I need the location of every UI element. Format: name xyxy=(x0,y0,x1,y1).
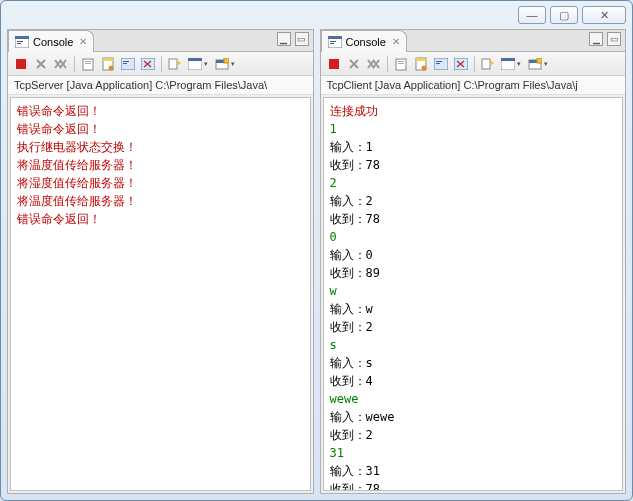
console-line: 收到：78 xyxy=(330,210,617,228)
svg-point-10 xyxy=(109,65,114,70)
console-line: 收到：2 xyxy=(330,426,617,444)
app-window: — ▢ ✕ Console ✕ ▁ ▭ xyxy=(0,0,633,501)
run-info-label: TcpClient [Java Application] C:\Program … xyxy=(321,76,626,95)
minimize-button[interactable]: — xyxy=(518,6,546,24)
console-line: 输入：s xyxy=(330,354,617,372)
svg-rect-28 xyxy=(398,63,404,64)
console-line: 收到：4 xyxy=(330,372,617,390)
console-line: 收到：89 xyxy=(330,264,617,282)
maximize-view-icon[interactable]: ▭ xyxy=(295,32,309,46)
show-console-button[interactable] xyxy=(119,55,137,73)
console-output[interactable]: 连接成功1输入：1收到：782输入：2收到：780输入：0收到：89w输入：w收… xyxy=(323,97,624,491)
toolbar-separator xyxy=(474,56,475,72)
console-line: s xyxy=(330,336,617,354)
tab-label: Console xyxy=(33,36,73,48)
console-line: w xyxy=(330,282,617,300)
window-title-bar: — ▢ ✕ xyxy=(1,1,632,29)
console-line: 将湿度值传给服务器！ xyxy=(17,174,304,192)
console-line: 输入：wewe xyxy=(330,408,617,426)
svg-rect-1 xyxy=(15,36,29,39)
svg-rect-30 xyxy=(416,58,426,61)
console-toolbar: ▾ ▾ xyxy=(321,52,626,76)
svg-rect-9 xyxy=(103,58,113,61)
svg-rect-24 xyxy=(330,43,334,44)
word-wrap-button[interactable] xyxy=(452,55,470,73)
tab-close-icon[interactable]: ✕ xyxy=(79,36,87,47)
console-line: 输入：w xyxy=(330,300,617,318)
svg-rect-26 xyxy=(396,59,406,70)
scroll-lock-button[interactable] xyxy=(99,55,117,73)
console-line: 1 xyxy=(330,120,617,138)
svg-rect-13 xyxy=(123,63,127,64)
show-console-button[interactable] xyxy=(432,55,450,73)
console-line: 收到：78 xyxy=(330,480,617,491)
display-selected-button[interactable] xyxy=(499,55,517,73)
console-icon xyxy=(328,36,342,48)
panel-controls: ▁ ▭ xyxy=(277,32,309,46)
display-selected-button[interactable] xyxy=(186,55,204,73)
svg-rect-22 xyxy=(328,36,342,39)
svg-rect-33 xyxy=(436,61,442,62)
minimize-view-icon[interactable]: ▁ xyxy=(277,32,291,46)
remove-all-button[interactable] xyxy=(52,55,70,73)
tab-strip: Console ✕ ▁ ▭ xyxy=(8,30,313,52)
maximize-button[interactable]: ▢ xyxy=(550,6,578,24)
console-line: 将温度值传给服务器！ xyxy=(17,192,304,210)
dropdown-arrow-icon[interactable]: ▾ xyxy=(231,60,238,68)
svg-rect-4 xyxy=(16,59,26,69)
svg-rect-36 xyxy=(482,59,490,69)
remove-all-button[interactable] xyxy=(365,55,383,73)
svg-rect-15 xyxy=(169,59,177,69)
remove-launch-button[interactable] xyxy=(345,55,363,73)
console-panel-left: Console ✕ ▁ ▭ xyxy=(7,29,314,494)
svg-rect-23 xyxy=(330,41,336,42)
panel-controls: ▁ ▭ xyxy=(589,32,621,46)
open-console-button[interactable] xyxy=(213,55,231,73)
console-line: 将温度值传给服务器！ xyxy=(17,156,304,174)
console-line: 0 xyxy=(330,228,617,246)
console-tab[interactable]: Console ✕ xyxy=(8,30,94,52)
panels-container: Console ✕ ▁ ▭ xyxy=(7,29,626,494)
clear-console-button[interactable] xyxy=(79,55,97,73)
tab-label: Console xyxy=(346,36,386,48)
tab-strip: Console ✕ ▁ ▭ xyxy=(321,30,626,52)
svg-rect-7 xyxy=(85,63,91,64)
svg-rect-12 xyxy=(123,61,129,62)
toolbar-separator xyxy=(74,56,75,72)
dropdown-arrow-icon[interactable]: ▾ xyxy=(204,60,211,68)
pin-console-button[interactable] xyxy=(479,55,497,73)
console-line: 输入：0 xyxy=(330,246,617,264)
svg-rect-2 xyxy=(17,41,23,42)
console-output[interactable]: 错误命令返回！错误命令返回！执行继电器状态交换！将温度值传给服务器！将湿度值传给… xyxy=(10,97,311,491)
pin-console-button[interactable] xyxy=(166,55,184,73)
tab-close-icon[interactable]: ✕ xyxy=(392,36,400,47)
remove-launch-button[interactable] xyxy=(32,55,50,73)
svg-rect-5 xyxy=(83,59,93,70)
svg-rect-3 xyxy=(17,43,21,44)
console-line: 错误命令返回！ xyxy=(17,120,304,138)
console-line: 收到：2 xyxy=(330,318,617,336)
word-wrap-button[interactable] xyxy=(139,55,157,73)
terminate-button[interactable] xyxy=(12,55,30,73)
svg-rect-34 xyxy=(436,63,440,64)
console-line: 连接成功 xyxy=(330,102,617,120)
svg-rect-27 xyxy=(398,61,404,62)
console-line: 输入：2 xyxy=(330,192,617,210)
dropdown-arrow-icon[interactable]: ▾ xyxy=(517,60,524,68)
dropdown-arrow-icon[interactable]: ▾ xyxy=(544,60,551,68)
terminate-button[interactable] xyxy=(325,55,343,73)
toolbar-separator xyxy=(387,56,388,72)
console-line: wewe xyxy=(330,390,617,408)
console-line: 输入：31 xyxy=(330,462,617,480)
console-tab[interactable]: Console ✕ xyxy=(321,30,407,52)
maximize-view-icon[interactable]: ▭ xyxy=(607,32,621,46)
console-line: 错误命令返回！ xyxy=(17,210,304,228)
scroll-lock-button[interactable] xyxy=(412,55,430,73)
close-button[interactable]: ✕ xyxy=(582,6,626,24)
console-line: 2 xyxy=(330,174,617,192)
minimize-view-icon[interactable]: ▁ xyxy=(589,32,603,46)
toolbar-separator xyxy=(161,56,162,72)
svg-rect-38 xyxy=(501,58,515,61)
open-console-button[interactable] xyxy=(526,55,544,73)
clear-console-button[interactable] xyxy=(392,55,410,73)
